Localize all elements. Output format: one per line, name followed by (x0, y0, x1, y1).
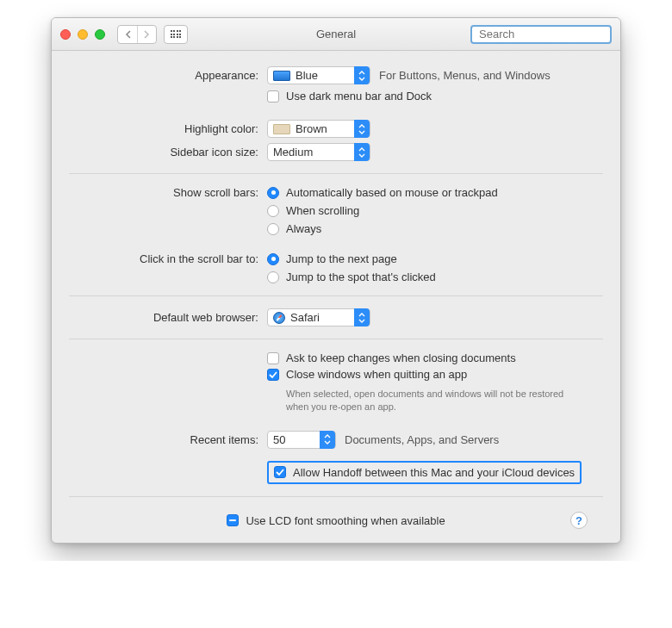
divider (69, 295, 603, 296)
handoff-checkbox-row[interactable]: Allow Handoff between this Mac and your … (274, 466, 575, 479)
window-controls (60, 29, 105, 40)
nav-buttons (117, 25, 157, 44)
divider (69, 173, 603, 174)
recent-select[interactable]: 50 (267, 431, 336, 449)
scrollbars-label: Show scroll bars: (69, 186, 267, 199)
minimize-window-button[interactable] (78, 29, 88, 40)
ask-changes-checkbox-row[interactable]: Ask to keep changes when closing documen… (267, 351, 516, 364)
appearance-hint: For Buttons, Menus, and Windows (379, 69, 551, 82)
browser-value: Safari (290, 311, 320, 324)
help-icon: ? (576, 514, 582, 527)
content-area: Appearance: Blue For Buttons, Menus, and… (52, 51, 620, 543)
help-button[interactable]: ? (570, 512, 588, 529)
dark-mode-checkbox-row[interactable]: Use dark menu bar and Dock (267, 90, 432, 103)
scrollbars-auto-label: Automatically based on mouse or trackpad (286, 186, 498, 199)
scrollbars-radio-group: Automatically based on mouse or trackpad… (267, 186, 498, 235)
safari-icon (273, 312, 285, 324)
preferences-window: General Appearance: Blue For Buttons, Me… (51, 17, 621, 544)
radio-dot[interactable] (267, 205, 279, 217)
browser-label: Default web browser: (69, 311, 267, 324)
window-title: General (316, 28, 356, 40)
blue-swatch-icon (273, 71, 290, 81)
divider (69, 496, 603, 497)
back-button[interactable] (118, 26, 137, 43)
scrollbars-scrolling-label: When scrolling (286, 204, 359, 217)
forward-button[interactable] (137, 26, 156, 43)
close-window-button[interactable] (60, 29, 71, 40)
highlight-select[interactable]: Brown (267, 120, 370, 138)
click-scroll-next-radio[interactable]: Jump to the next page (267, 252, 436, 265)
recent-hint: Documents, Apps, and Servers (345, 433, 499, 446)
close-windows-hint: When selected, open documents and window… (286, 388, 579, 413)
brown-swatch-icon (273, 124, 290, 134)
sidebar-icon-value: Medium (273, 146, 313, 159)
appearance-select[interactable]: Blue (267, 66, 370, 84)
radio-dot[interactable] (267, 271, 279, 283)
dark-mode-checkbox[interactable] (267, 90, 279, 103)
highlight-label: Highlight color: (69, 122, 267, 135)
divider (69, 339, 603, 339)
close-windows-checkbox[interactable] (267, 369, 279, 381)
recent-label: Recent items: (69, 433, 267, 446)
ask-changes-checkbox[interactable] (267, 352, 279, 364)
radio-dot[interactable] (267, 223, 279, 235)
appearance-value: Blue (296, 69, 318, 82)
dark-mode-label: Use dark menu bar and Dock (286, 90, 432, 103)
appearance-label: Appearance: (69, 69, 267, 82)
radio-dot[interactable] (267, 187, 279, 199)
chevron-right-icon (144, 30, 150, 39)
scrollbars-auto-radio[interactable]: Automatically based on mouse or trackpad (267, 186, 498, 199)
scrollbars-always-label: Always (286, 222, 321, 235)
click-scroll-spot-label: Jump to the spot that's clicked (286, 270, 436, 283)
handoff-highlight: Allow Handoff between this Mac and your … (267, 461, 582, 484)
recent-value: 50 (273, 433, 285, 446)
titlebar: General (52, 18, 620, 51)
ask-changes-label: Ask to keep changes when closing documen… (286, 351, 516, 364)
search-input[interactable] (479, 28, 621, 40)
zoom-window-button[interactable] (95, 29, 105, 40)
radio-dot[interactable] (267, 253, 279, 265)
browser-select[interactable]: Safari (267, 308, 370, 326)
show-all-button[interactable] (164, 25, 188, 44)
click-scroll-next-label: Jump to the next page (286, 252, 397, 265)
lcd-label: Use LCD font smoothing when available (246, 514, 445, 527)
scrollbars-always-radio[interactable]: Always (267, 222, 498, 235)
lcd-checkbox-row[interactable]: Use LCD font smoothing when available (227, 514, 445, 527)
grid-icon (171, 30, 182, 38)
sidebar-icon-label: Sidebar icon size: (69, 146, 267, 159)
click-scroll-radio-group: Jump to the next page Jump to the spot t… (267, 252, 436, 283)
sidebar-icon-select[interactable]: Medium (267, 143, 370, 161)
handoff-checkbox[interactable] (274, 466, 286, 478)
highlight-value: Brown (296, 122, 327, 135)
lcd-checkbox[interactable] (227, 514, 239, 526)
close-windows-checkbox-row[interactable]: Close windows when quitting an app (267, 368, 467, 381)
chevron-left-icon (125, 30, 131, 39)
close-windows-label: Close windows when quitting an app (286, 368, 467, 381)
handoff-label: Allow Handoff between this Mac and your … (293, 466, 575, 479)
search-field[interactable] (470, 25, 612, 44)
scrollbars-scrolling-radio[interactable]: When scrolling (267, 204, 498, 217)
click-scroll-spot-radio[interactable]: Jump to the spot that's clicked (267, 270, 436, 283)
click-scroll-label: Click in the scroll bar to: (69, 252, 267, 265)
